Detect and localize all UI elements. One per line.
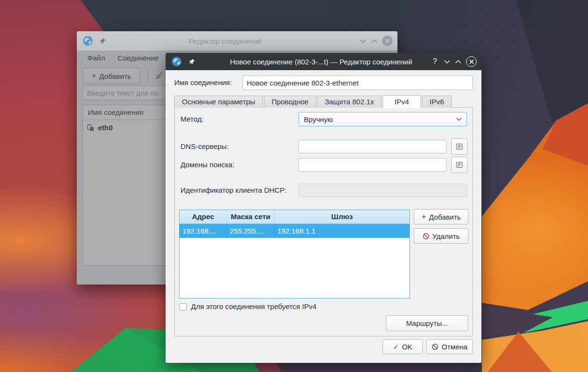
pin-icon[interactable] <box>188 58 195 65</box>
table-row[interactable]: 192.168.... 255.255.... 192.168.1.1 <box>180 224 409 238</box>
dns-servers-input[interactable] <box>299 140 446 153</box>
new-connection-dialog: Новое соединение (802-3-...t) — Редактор… <box>166 53 481 363</box>
ipv4-tab-panel: Метод: Вручную DNS-серверы: Домены поиск… <box>174 107 473 336</box>
cell-address: 192.168.... <box>180 224 227 238</box>
tab-ipv6[interactable]: IPv6 <box>422 96 452 108</box>
cancel-label: Отмена <box>442 343 468 351</box>
ok-button[interactable]: ✓ OK <box>383 339 423 354</box>
method-value: Вручную <box>304 115 333 124</box>
close-icon[interactable] <box>466 56 477 67</box>
plus-icon: + <box>421 212 426 222</box>
search-domains-label: Домены поиска: <box>180 158 234 172</box>
ok-label: OK <box>402 343 412 351</box>
cell-netmask: 255.255.... <box>227 224 275 238</box>
cancel-block-icon <box>432 343 439 350</box>
delete-block-icon <box>422 233 430 240</box>
add-address-button[interactable]: + Добавить <box>414 209 468 224</box>
cell-gateway: 192.168.1.1 <box>275 224 409 238</box>
addresses-table[interactable]: Адрес Маска сети Шлюз 192.168.... 255.25… <box>179 210 410 298</box>
connection-name-input[interactable] <box>242 75 473 90</box>
cancel-button[interactable]: Отмена <box>426 339 473 354</box>
dialog-titlebar[interactable]: Новое соединение (802-3-...t) — Редактор… <box>166 53 481 70</box>
delete-address-label: Удалить <box>432 232 460 240</box>
app-globe-icon <box>83 36 93 46</box>
desktop: Редактор соединений Файл Соединение + До… <box>0 0 588 372</box>
search-domains-edit-button[interactable] <box>451 157 468 173</box>
help-icon[interactable]: ? <box>431 57 439 66</box>
dns-servers-edit-button[interactable] <box>451 138 468 155</box>
tab-ipv4[interactable]: IPv4 <box>383 95 421 108</box>
add-address-label: Добавить <box>429 213 461 221</box>
close-icon[interactable] <box>382 36 393 46</box>
dns-servers-label: DNS-серверы: <box>180 139 228 154</box>
tab-8021x-security[interactable]: Защита 802.1x <box>317 96 382 108</box>
method-combobox[interactable]: Вручную <box>299 112 467 126</box>
window-title: Редактор соединений <box>110 37 340 45</box>
tab-wired[interactable]: Проводное <box>264 96 316 108</box>
titlebar[interactable]: Редактор соединений <box>77 31 397 50</box>
list-edit-icon <box>456 161 463 169</box>
app-globe-icon <box>171 56 182 67</box>
column-header-gateway[interactable]: Шлюз <box>275 210 409 223</box>
check-icon: ✓ <box>393 343 399 351</box>
dhcp-client-id-label: Идентификатор клиента DHCP: <box>180 183 287 198</box>
dhcp-client-id-input <box>299 184 467 197</box>
maximize-chevron-up-icon[interactable] <box>371 39 377 43</box>
pin-icon[interactable] <box>99 37 106 45</box>
dialog-title: Новое соединение (802-3-...t) — Редактор… <box>223 58 419 66</box>
method-label: Метод: <box>180 112 204 126</box>
delete-address-button[interactable]: Удалить <box>414 228 468 244</box>
maximize-chevron-up-icon[interactable] <box>455 60 461 64</box>
table-header-row: Адрес Маска сети Шлюз <box>180 210 409 224</box>
tab-bar: Основные параметры Проводное Защита 802.… <box>174 95 473 108</box>
connection-name-label: Имя соединения: <box>174 75 232 90</box>
chevron-down-icon <box>456 117 462 121</box>
minimize-chevron-down-icon[interactable] <box>360 39 366 43</box>
column-header-address[interactable]: Адрес <box>180 210 227 223</box>
routes-button[interactable]: Маршруты... <box>386 315 468 331</box>
require-ipv4-checkbox[interactable] <box>180 303 187 310</box>
search-domains-input[interactable] <box>299 158 446 172</box>
list-edit-icon <box>456 143 463 150</box>
column-header-netmask[interactable]: Маска сети <box>227 210 275 223</box>
tab-general[interactable]: Основные параметры <box>174 96 263 108</box>
routes-label: Маршруты... <box>406 319 448 327</box>
require-ipv4-label: Для этого соединения требуется IPv4 <box>191 301 316 312</box>
minimize-chevron-down-icon[interactable] <box>444 60 450 64</box>
